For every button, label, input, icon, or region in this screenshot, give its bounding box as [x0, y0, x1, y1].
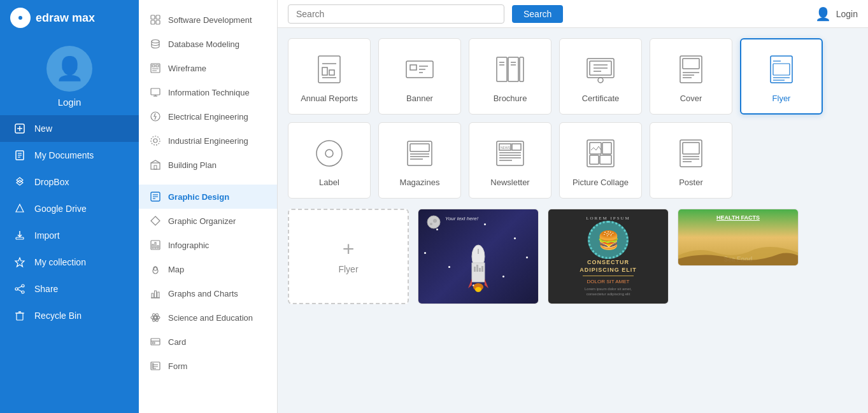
sidebar-item-share[interactable]: Share	[0, 276, 139, 302]
svg-point-36	[153, 139, 157, 143]
category-poster[interactable]: Poster	[650, 122, 732, 199]
template-burger-bg: LOREM IPSUM 🍔 CONSECTUR ADIPISCING ELIT …	[548, 209, 668, 304]
sidebar-nav: New My Documents DropBox	[0, 115, 139, 329]
middle-nav-wireframe[interactable]: Wireframe	[139, 56, 277, 80]
categories-section: Annual Reports Banner	[278, 28, 868, 204]
info-tech-icon	[149, 86, 162, 99]
user-icon: 👤	[815, 6, 831, 22]
svg-text:NEWS: NEWS	[501, 146, 511, 150]
sidebar-item-share-label: Share	[34, 284, 58, 294]
template-new[interactable]: + Flyer	[288, 209, 409, 304]
svg-marker-10	[16, 204, 24, 212]
import-icon	[13, 228, 27, 242]
svg-point-101	[317, 141, 342, 166]
svg-rect-25	[156, 20, 160, 24]
middle-nav-graphic-design-label: Graphic Design	[168, 192, 229, 202]
svg-rect-108	[497, 141, 523, 165]
svg-rect-22	[151, 15, 155, 19]
sidebar: edraw max 👤 Login New	[0, 0, 139, 413]
sidebar-item-dropbox[interactable]: DropBox	[0, 169, 139, 195]
svg-rect-39	[154, 165, 157, 169]
graphs-icon	[149, 287, 162, 300]
middle-nav-software-dev[interactable]: Software Development	[139, 8, 277, 32]
sidebar-item-google-drive[interactable]: Google Drive	[0, 195, 139, 222]
main-content: Search 👤 Login Annual Reports	[278, 0, 868, 413]
app-logo[interactable]: edraw max	[0, 0, 139, 36]
category-banner[interactable]: Banner	[378, 38, 461, 115]
middle-nav-building[interactable]: Building Plan	[139, 153, 277, 177]
wireframe-icon	[149, 62, 162, 74]
topbar-login-label: Login	[836, 9, 858, 19]
svg-rect-11	[16, 237, 24, 239]
svg-rect-116	[587, 140, 614, 167]
middle-nav-industrial[interactable]: Industrial Engineering	[139, 129, 277, 153]
graphic-design-icon	[149, 190, 162, 203]
svg-rect-104	[410, 144, 429, 151]
poster-icon	[672, 134, 710, 172]
middle-nav-infographic[interactable]: Infographic	[139, 233, 277, 257]
category-picture-collage[interactable]: Picture Collage	[559, 122, 642, 199]
template-space-rocket[interactable]: Your text here!	[418, 209, 539, 304]
middle-nav-form[interactable]: Form	[139, 354, 277, 378]
category-certificate[interactable]: Certificate	[559, 38, 642, 115]
database-icon	[149, 38, 162, 50]
svg-point-26	[152, 40, 159, 43]
middle-nav-info-tech[interactable]: Information Technique	[139, 80, 277, 104]
newsletter-label: Newsletter	[490, 178, 529, 187]
middle-nav-card[interactable]: Card	[139, 330, 277, 354]
middle-nav-software-dev-label: Software Development	[168, 15, 252, 25]
avatar: 👤	[46, 46, 92, 92]
svg-point-16	[22, 291, 24, 293]
category-annual-reports[interactable]: Annual Reports	[288, 38, 371, 115]
category-brochure[interactable]: Brochure	[469, 38, 551, 115]
topbar: Search 👤 Login	[278, 0, 868, 28]
svg-rect-60	[152, 342, 155, 344]
middle-nav-graphs[interactable]: Graphs and Charts	[139, 281, 277, 305]
sidebar-item-my-documents[interactable]: My Documents	[0, 142, 139, 169]
template-burger[interactable]: LOREM IPSUM 🍔 CONSECTUR ADIPISCING ELIT …	[548, 209, 669, 304]
middle-nav-science[interactable]: Science and Education	[139, 305, 277, 330]
svg-point-102	[325, 150, 333, 157]
sidebar-login-label[interactable]: Login	[58, 97, 82, 108]
sidebar-item-import[interactable]: Import	[0, 222, 139, 249]
flyer-icon	[762, 50, 800, 88]
template-health-bg: HEALTH FACTS Sea Food	[678, 209, 798, 265]
svg-rect-120	[600, 155, 611, 164]
category-cover[interactable]: Cover	[650, 38, 732, 115]
login-button[interactable]: 👤 Login	[815, 6, 858, 22]
brochure-icon	[491, 50, 529, 88]
search-button[interactable]: Search	[512, 5, 563, 23]
sidebar-item-recycle-bin[interactable]: Recycle Bin	[0, 302, 139, 329]
svg-rect-29	[156, 65, 159, 67]
category-magazines[interactable]: Magazines	[378, 122, 461, 199]
share-icon	[13, 282, 27, 296]
google-drive-icon	[13, 202, 27, 216]
my-collection-icon	[13, 255, 27, 269]
search-input[interactable]	[288, 4, 504, 24]
svg-rect-121	[680, 140, 702, 167]
middle-nav-electrical[interactable]: Electrical Engineering	[139, 104, 277, 129]
middle-nav-map-label: Map	[168, 265, 184, 274]
middle-nav-graphic-design[interactable]: Graphic Design	[139, 185, 277, 209]
middle-nav-database[interactable]: Database Modeling	[139, 32, 277, 56]
category-flyer[interactable]: Flyer	[740, 38, 823, 115]
sidebar-item-new[interactable]: New	[0, 115, 139, 142]
sidebar-item-my-collection[interactable]: My collection	[0, 249, 139, 276]
certificate-label: Certificate	[582, 94, 620, 103]
svg-rect-92	[683, 59, 699, 69]
svg-rect-136	[474, 267, 476, 272]
svg-rect-68	[318, 56, 340, 83]
flyer-label: Flyer	[772, 94, 791, 103]
svg-rect-78	[497, 57, 507, 81]
category-label[interactable]: Label	[288, 122, 371, 199]
category-newsletter[interactable]: NEWS Newsletter	[469, 122, 551, 199]
svg-rect-24	[151, 20, 155, 24]
middle-nav-map[interactable]: Map	[139, 257, 277, 281]
svg-rect-64	[152, 363, 153, 365]
magazines-label: Magazines	[400, 178, 440, 187]
recycle-bin-icon	[13, 309, 27, 323]
poster-label: Poster	[679, 178, 703, 187]
template-health[interactable]: HEALTH FACTS Sea Food	[678, 209, 799, 266]
middle-nav-graphic-organizer[interactable]: Graphic Organizer	[139, 209, 277, 233]
cover-label: Cover	[680, 94, 702, 103]
